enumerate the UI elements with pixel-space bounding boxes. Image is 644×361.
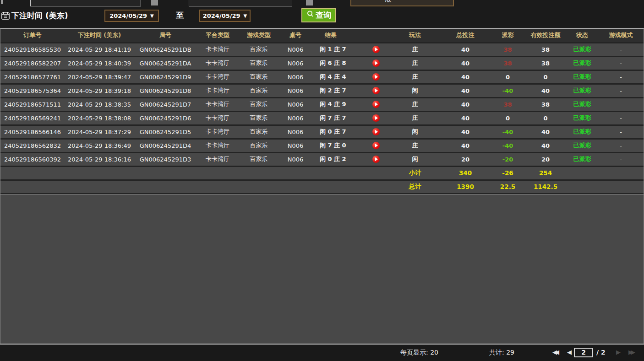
col-header-game-type: 游戏类型 <box>239 29 279 43</box>
last-page-icon[interactable]: ▶▶ <box>628 349 633 356</box>
subtotal-valid: 254 <box>525 166 566 180</box>
game-type-cell: 百家乐 <box>239 139 279 152</box>
payout-cell: -40 <box>491 125 525 139</box>
date-from-value: 2024/05/29 <box>109 12 147 19</box>
col-header-total-bet: 总投注 <box>440 29 491 43</box>
query-button-label: 查询 <box>316 10 331 21</box>
per-page-label: 每页显示: 20 <box>400 349 438 357</box>
total-bet-cell: 40 <box>440 139 491 152</box>
round-id-cell: GN006245291DA <box>134 56 196 70</box>
table-row: 240529186569241 2024-05-29 18:38:08 GN00… <box>0 111 644 125</box>
payout-cell: 0 <box>491 111 525 125</box>
status-cell: 已派彩 <box>566 97 598 111</box>
game-mode-cell: - <box>598 139 644 152</box>
play-video-icon[interactable] <box>372 156 380 163</box>
play-type-cell: 闲 <box>390 125 440 139</box>
replay-cell <box>362 43 390 56</box>
play-triangle <box>375 157 378 161</box>
previous-page-icon[interactable]: ◀ <box>567 349 572 356</box>
cutoff-input-2[interactable] <box>189 0 292 6</box>
spacer-cell <box>0 166 390 180</box>
play-triangle <box>375 89 378 92</box>
status-cell: 已派彩 <box>566 43 598 56</box>
table-row: 240529186571511 2024-05-29 18:38:35 GN00… <box>0 97 644 111</box>
valid-bet-cell: 40 <box>525 139 566 152</box>
game-type-cell: 百家乐 <box>239 70 279 84</box>
filter-bar: 一般 下注时间 (美东) 2024/05/29 ▼ 至 2024/05/29 ▼… <box>0 0 644 28</box>
table-number-cell: N006 <box>279 139 312 152</box>
cutoff-input-1[interactable] <box>30 0 141 6</box>
table-row: 240529186560392 2024-05-29 18:36:16 GN00… <box>0 152 644 166</box>
game-mode-cell: - <box>598 111 644 125</box>
table-row: 240529186577761 2024-05-29 18:39:47 GN00… <box>0 70 644 84</box>
replay-cell <box>362 84 390 97</box>
table-number-cell: N006 <box>279 111 312 125</box>
result-cell: 闲 6 庄 8 <box>312 56 362 70</box>
replay-cell <box>362 70 390 84</box>
play-triangle <box>375 102 378 106</box>
play-video-icon[interactable] <box>372 101 380 108</box>
play-video-icon[interactable] <box>372 142 380 149</box>
status-cell: 已派彩 <box>566 139 598 152</box>
play-type-cell: 闲 <box>390 84 440 97</box>
play-video-icon[interactable] <box>372 87 380 94</box>
valid-bet-cell: 0 <box>525 111 566 125</box>
bet-time-cell: 2024-05-29 18:36:49 <box>65 139 134 152</box>
platform-type-cell: 卡卡湾厅 <box>196 125 239 139</box>
play-type-cell: 庄 <box>390 70 440 84</box>
platform-type-cell: 卡卡湾厅 <box>196 111 239 125</box>
payout-cell: 0 <box>491 70 525 84</box>
valid-bet-cell: 0 <box>525 70 566 84</box>
date-to-picker[interactable]: 2024/05/29 ▼ <box>199 10 251 22</box>
table-row: 240529186575364 2024-05-29 18:39:18 GN00… <box>0 84 644 97</box>
next-page-icon[interactable]: ▶ <box>616 349 621 356</box>
play-video-icon[interactable] <box>372 114 380 122</box>
col-header-platform: 平台类型 <box>196 29 239 43</box>
play-type-cell: 庄 <box>390 56 440 70</box>
valid-bet-cell: 38 <box>525 56 566 70</box>
cutoff-icon-2[interactable] <box>306 0 313 5</box>
order-number-cell: 240529186569241 <box>0 111 65 125</box>
order-number-cell: 240529186560392 <box>0 152 65 166</box>
status-cell: 已派彩 <box>566 70 598 84</box>
total-bet-cell: 40 <box>440 56 491 70</box>
result-cell: 闲 7 庄 0 <box>312 139 362 152</box>
col-header-order: 订单号 <box>0 29 65 43</box>
valid-bet-cell: 38 <box>525 43 566 56</box>
pagination-bar: 每页显示: 20 共计: 29 ◀◀ ◀ 2 / 2 ▶ ▶▶ <box>0 345 644 361</box>
cutoff-dropdown[interactable]: 一般 <box>350 0 454 6</box>
records-table-container: 订单号 下注时间 (美东) 局号 平台类型 游戏类型 桌号 结果 玩法 总投注 … <box>0 28 644 345</box>
records-table: 订单号 下注时间 (美东) 局号 平台类型 游戏类型 桌号 结果 玩法 总投注 … <box>0 29 644 194</box>
game-type-cell: 百家乐 <box>239 43 279 56</box>
game-type-cell: 百家乐 <box>239 125 279 139</box>
page-number-input[interactable]: 2 <box>574 348 593 357</box>
platform-type-cell: 卡卡湾厅 <box>196 84 239 97</box>
total-row: 总计 1390 22.5 1142.5 <box>0 180 644 194</box>
game-type-cell: 百家乐 <box>239 84 279 97</box>
result-cell: 闲 7 庄 7 <box>312 111 362 125</box>
play-triangle <box>375 75 378 79</box>
table-number-cell: N006 <box>279 43 312 56</box>
platform-type-cell: 卡卡湾厅 <box>196 56 239 70</box>
date-from-picker[interactable]: 2024/05/29 ▼ <box>104 10 159 22</box>
play-video-icon[interactable] <box>372 59 380 67</box>
cutoff-icon-1[interactable] <box>151 0 158 5</box>
cutoff-dropdown-value: 一般 <box>378 0 392 4</box>
col-header-round: 局号 <box>134 29 196 43</box>
total-bet-cell: 20 <box>440 152 491 166</box>
play-video-icon[interactable] <box>372 128 380 135</box>
game-type-cell: 百家乐 <box>239 97 279 111</box>
table-row: 240529186585530 2024-05-29 18:41:19 GN00… <box>0 43 644 56</box>
payout-cell: -20 <box>491 152 525 166</box>
first-page-icon[interactable]: ◀◀ <box>552 349 557 356</box>
result-cell: 闲 0 庄 2 <box>312 152 362 166</box>
round-id-cell: GN006245291D8 <box>134 84 196 97</box>
round-id-cell: GN006245291D4 <box>134 139 196 152</box>
query-button[interactable]: 查询 <box>301 8 336 22</box>
play-type-cell: 庄 <box>390 111 440 125</box>
play-video-icon[interactable] <box>372 46 380 53</box>
play-video-icon[interactable] <box>372 73 380 81</box>
replay-cell <box>362 125 390 139</box>
valid-bet-cell: 20 <box>525 152 566 166</box>
table-row: 240529186562832 2024-05-29 18:36:49 GN00… <box>0 139 644 152</box>
